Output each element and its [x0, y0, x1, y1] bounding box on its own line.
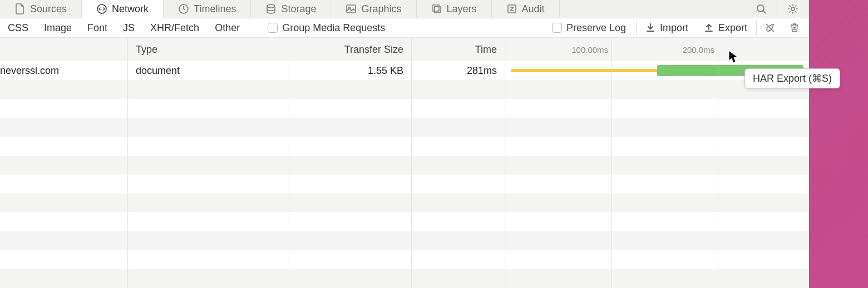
checkbox-label: Group Media Requests [282, 22, 385, 34]
settings-button[interactable] [777, 0, 809, 18]
svg-rect-5 [433, 5, 439, 11]
waterfall-tick: 100.00ms [571, 38, 611, 61]
tab-audit[interactable]: Audit [492, 0, 560, 18]
layers-icon [431, 3, 442, 14]
leaf-slash-icon [765, 22, 776, 33]
filter-js[interactable]: JS [115, 22, 142, 34]
table-row [0, 156, 809, 175]
cell-time: 281ms [412, 61, 505, 80]
col-header-type[interactable]: Type [128, 38, 289, 61]
tab-label: Layers [447, 3, 477, 15]
svg-point-8 [757, 5, 764, 12]
search-button[interactable] [746, 0, 777, 18]
tab-network[interactable]: Network [82, 0, 164, 18]
tab-storage[interactable]: Storage [251, 0, 331, 18]
table-row [0, 137, 809, 156]
table-row [0, 99, 809, 118]
tab-layers[interactable]: Layers [417, 0, 492, 18]
gear-icon [787, 3, 798, 14]
devtools-window: Sources Network Timelines Storage Graphi… [0, 0, 809, 288]
storage-icon [265, 3, 277, 14]
image-icon [346, 3, 357, 14]
svg-point-9 [791, 7, 795, 11]
request-table: Type Transfer Size Time 100.00ms 200.0ms… [0, 38, 809, 288]
filter-xhr[interactable]: XHR/Fetch [142, 22, 207, 34]
svg-rect-6 [435, 7, 441, 13]
upload-icon [704, 23, 714, 33]
group-media-checkbox[interactable]: Group Media Requests [259, 22, 394, 34]
checkbox-label: Preserve Log [566, 22, 626, 34]
disable-cache-button[interactable] [758, 22, 782, 33]
tab-label: Network [112, 3, 149, 15]
download-icon [645, 23, 655, 33]
col-header-name[interactable] [0, 38, 128, 61]
divider [756, 20, 757, 36]
table-head: Type Transfer Size Time 100.00ms 200.0ms [0, 38, 809, 61]
tab-label: Sources [30, 3, 67, 15]
document-icon [14, 3, 26, 14]
filter-other[interactable]: Other [207, 22, 248, 34]
table-row [0, 250, 809, 269]
svg-rect-3 [347, 5, 356, 13]
table-body: neverssl.com document 1.55 KB 281ms [0, 61, 809, 288]
tab-bar: Sources Network Timelines Storage Graphi… [0, 0, 809, 18]
filter-image[interactable]: Image [36, 22, 80, 34]
import-button[interactable]: Import [638, 22, 696, 34]
table-row [0, 118, 809, 137]
tab-label: Storage [281, 3, 316, 15]
audit-icon [506, 3, 517, 14]
tab-label: Audit [522, 3, 545, 15]
waterfall-tick: 200.0ms [683, 38, 718, 61]
table-row [0, 269, 809, 288]
table-row [0, 175, 809, 193]
table-row [0, 231, 809, 250]
table-row [0, 193, 809, 212]
checkbox-box [268, 23, 278, 33]
search-icon [756, 3, 767, 14]
tab-label: Graphics [361, 3, 401, 15]
export-tooltip: HAR Export (⌘S) [744, 68, 840, 88]
tab-label: Timelines [194, 3, 236, 15]
button-label: Export [718, 22, 747, 34]
waterfall-wait-bar [511, 69, 657, 72]
tab-graphics[interactable]: Graphics [331, 0, 416, 18]
checkbox-box [552, 23, 562, 33]
button-label: Import [660, 22, 688, 34]
divider [636, 20, 637, 36]
preserve-log-checkbox[interactable]: Preserve Log [543, 22, 635, 34]
svg-point-2 [267, 4, 275, 8]
filter-css[interactable]: CSS [0, 22, 36, 34]
export-button[interactable]: Export [696, 22, 755, 34]
clock-icon [178, 3, 189, 14]
tab-bar-right [746, 0, 809, 18]
clear-button[interactable] [782, 22, 807, 33]
network-icon [96, 3, 107, 14]
col-header-waterfall[interactable]: 100.00ms 200.0ms [505, 38, 809, 61]
tab-timelines[interactable]: Timelines [164, 0, 251, 18]
cell-name: neverssl.com [0, 61, 128, 80]
trash-icon [789, 22, 800, 33]
table-row [0, 80, 809, 99]
table-row[interactable]: neverssl.com document 1.55 KB 281ms [0, 61, 809, 80]
col-header-size[interactable]: Transfer Size [289, 38, 412, 61]
cell-size: 1.55 KB [289, 61, 412, 80]
table-row [0, 212, 809, 231]
col-header-time[interactable]: Time [412, 38, 505, 61]
filter-font[interactable]: Font [80, 22, 115, 34]
tab-sources[interactable]: Sources [0, 0, 82, 18]
network-toolbar: CSS Image Font JS XHR/Fetch Other Group … [0, 18, 809, 38]
cell-type: document [128, 61, 289, 80]
